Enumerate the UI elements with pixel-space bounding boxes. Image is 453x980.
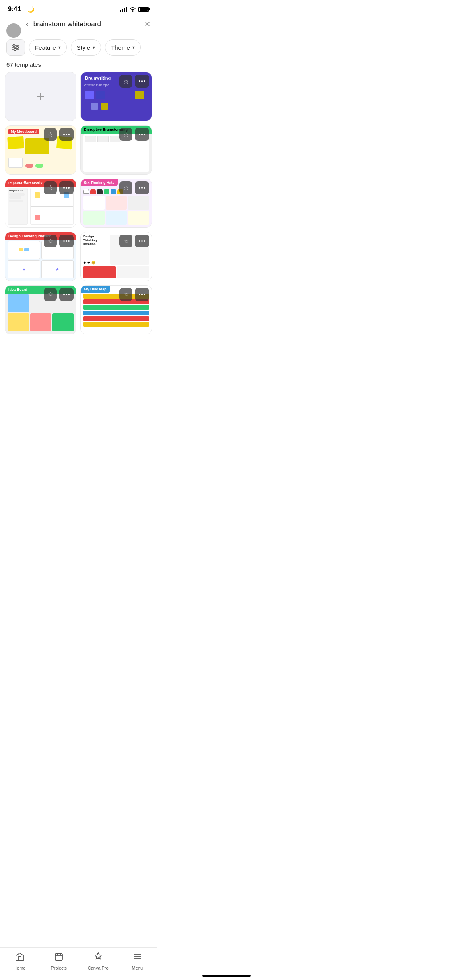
moon-icon: 🌙 [27,6,34,13]
usermap-star-button[interactable]: ☆ [119,288,132,301]
brainwriting-more-button[interactable] [135,75,149,88]
wifi-icon [130,6,136,13]
svg-point-3 [16,47,19,49]
template-count: 67 templates [0,60,157,72]
brainwriting-card[interactable]: Brainwriting Write the main topic... ☆ [80,72,152,121]
impact-actions: ☆ [44,181,74,194]
idea-star-button[interactable]: ☆ [44,288,57,301]
svg-point-1 [13,45,15,47]
idea-more-button[interactable] [59,288,74,301]
star-icon: ☆ [123,184,129,191]
moodboard-more-button[interactable] [59,128,74,141]
hats-label: Six Thinking Hats [81,179,118,186]
moodboard-card[interactable]: My Moodboard ☆ [5,125,76,174]
feature-chevron-icon: ▾ [58,45,61,50]
usermap-more-button[interactable] [135,288,149,301]
design1-more-button[interactable] [59,235,74,247]
design2-more-button[interactable] [135,235,149,247]
star-icon: ☆ [47,290,53,298]
impact-star-button[interactable]: ☆ [44,181,57,194]
design2-star-button[interactable]: ☆ [119,235,132,247]
disruptive-star-button[interactable]: ☆ [119,128,132,141]
brainwriting-title: Brainwriting [85,76,111,80]
star-icon: ☆ [123,78,129,85]
svg-point-5 [14,49,16,51]
style-filter-label: Style [77,44,90,51]
star-icon: ☆ [47,184,53,191]
style-filter-button[interactable]: Style ▾ [71,39,101,56]
hats-star-button[interactable]: ☆ [119,181,132,194]
idea-actions: ☆ [44,288,74,301]
design1-actions: ☆ [44,235,74,247]
star-icon: ☆ [123,131,129,138]
hats-actions: ☆ [119,181,149,194]
status-time: 9:41 [8,6,21,13]
moodboard-star-button[interactable]: ☆ [44,128,57,141]
signal-bars-icon [120,6,127,12]
template-grid: + Brainwriting Write the main topic... ☆… [0,72,157,375]
theme-filter-button[interactable]: Theme ▾ [105,39,141,56]
status-icons [120,6,149,13]
moodboard-label: My Moodboard [8,129,39,134]
disruptive-card[interactable]: Disruptive Brainstorming ☆ [80,125,152,174]
add-new-card[interactable]: + [5,72,76,121]
add-icon: + [36,88,45,105]
six-hats-card[interactable]: Six Thinking Hats ☆ [80,179,152,228]
usermap-actions: ☆ [119,288,149,301]
feature-filter-button[interactable]: Feature ▾ [29,39,67,56]
disruptive-more-button[interactable] [135,128,149,141]
user-map-card[interactable]: My User Map ☆ [80,285,152,334]
battery-icon [138,7,149,12]
back-button[interactable]: ‹ [26,19,29,29]
avatar [6,23,21,38]
status-bar: 9:41 🌙 [0,0,157,15]
search-input-wrap: brainstorm whiteboard ✕ [33,20,150,29]
feature-filter-label: Feature [35,44,56,51]
clear-button[interactable]: ✕ [144,20,150,29]
design-thinking-1-card[interactable]: Design Thinking Ideation ★ ★ ☆ [5,232,76,281]
star-icon: ☆ [47,131,53,138]
moodboard-actions: ☆ [44,128,74,141]
impact-card[interactable]: Impact/Effort Matrix Project List ☆ [5,179,76,228]
star-icon: ☆ [123,237,129,245]
star-icon: ☆ [123,290,129,298]
design1-star-button[interactable]: ☆ [44,235,57,247]
filter-row: Feature ▾ Style ▾ Theme ▾ [0,33,157,60]
impact-more-button[interactable] [59,181,74,194]
theme-chevron-icon: ▾ [132,45,135,50]
star-icon: ☆ [47,237,53,245]
brainwriting-actions: ☆ [119,75,149,88]
hats-more-button[interactable] [135,181,149,194]
search-bar: ‹ brainstorm whiteboard ✕ [0,15,157,33]
search-text: brainstorm whiteboard [33,20,101,28]
filter-icon-button[interactable] [6,39,25,56]
brainwriting-star-button[interactable]: ☆ [119,75,132,88]
usermap-label: My User Map [81,286,110,293]
idea-board-card[interactable]: Idea Board ☆ [5,285,76,334]
design2-actions: ☆ [119,235,149,247]
theme-filter-label: Theme [111,44,130,51]
style-chevron-icon: ▾ [93,45,95,50]
disruptive-actions: ☆ [119,128,149,141]
design-thinking-2-card[interactable]: DesignThinkingIdeation ★ ❤ 😊 ☆ [80,232,152,281]
